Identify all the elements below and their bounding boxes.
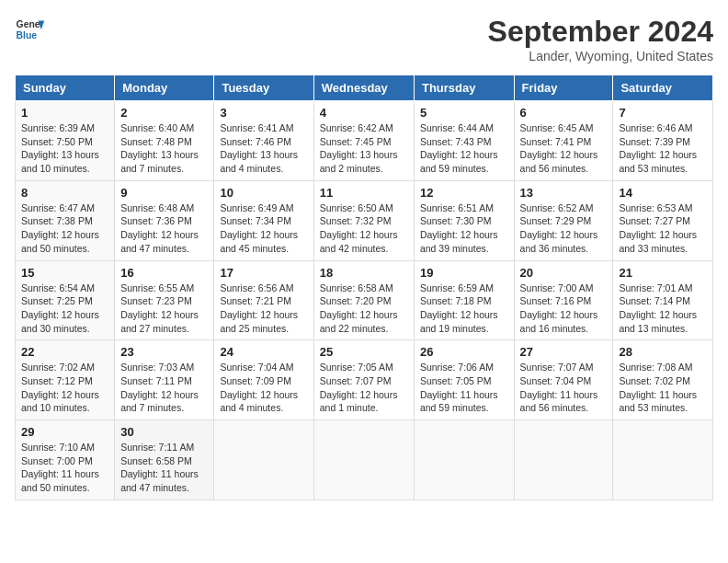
col-sunday: Sunday [16,75,115,101]
logo-icon: General Blue [15,15,44,44]
col-friday: Friday [514,75,613,101]
calendar-cell-24: 24Sunrise: 7:04 AMSunset: 7:09 PMDayligh… [214,340,313,420]
page-header: General Blue September 2024 Lander, Wyom… [15,15,713,63]
calendar-cell-14: 14Sunrise: 6:53 AMSunset: 7:27 PMDayligh… [613,180,713,260]
calendar-cell-9: 9Sunrise: 6:48 AMSunset: 7:36 PMDaylight… [115,180,214,260]
calendar-cell-empty-w4-5 [514,420,613,500]
calendar-header-row: Sunday Monday Tuesday Wednesday Thursday… [16,75,713,101]
calendar-cell-10: 10Sunrise: 6:49 AMSunset: 7:34 PMDayligh… [214,180,313,260]
calendar-cell-23: 23Sunrise: 7:03 AMSunset: 7:11 PMDayligh… [115,340,214,420]
calendar-cell-5: 5Sunrise: 6:44 AMSunset: 7:43 PMDaylight… [414,101,514,181]
calendar-cell-30: 30Sunrise: 7:11 AMSunset: 6:58 PMDayligh… [115,420,214,500]
calendar-cell-17: 17Sunrise: 6:56 AMSunset: 7:21 PMDayligh… [214,260,313,340]
calendar-cell-6: 6Sunrise: 6:45 AMSunset: 7:41 PMDaylight… [514,101,613,181]
col-saturday: Saturday [613,75,713,101]
calendar-week-0: 1Sunrise: 6:39 AMSunset: 7:50 PMDaylight… [16,101,713,181]
svg-text:Blue: Blue [17,30,38,40]
month-title: September 2024 [488,15,713,49]
calendar-week-3: 22Sunrise: 7:02 AMSunset: 7:12 PMDayligh… [16,340,713,420]
calendar-week-2: 15Sunrise: 6:54 AMSunset: 7:25 PMDayligh… [16,260,713,340]
location: Lander, Wyoming, United States [488,49,713,63]
calendar-cell-empty-w4-3 [313,420,414,500]
calendar-cell-8: 8Sunrise: 6:47 AMSunset: 7:38 PMDaylight… [16,180,115,260]
calendar-cell-7: 7Sunrise: 6:46 AMSunset: 7:39 PMDaylight… [613,101,713,181]
calendar-cell-16: 16Sunrise: 6:55 AMSunset: 7:23 PMDayligh… [115,260,214,340]
calendar-cell-29: 29Sunrise: 7:10 AMSunset: 7:00 PMDayligh… [16,420,115,500]
calendar-cell-11: 11Sunrise: 6:50 AMSunset: 7:32 PMDayligh… [313,180,414,260]
calendar-cell-4: 4Sunrise: 6:42 AMSunset: 7:45 PMDaylight… [313,101,414,181]
calendar-cell-3: 3Sunrise: 6:41 AMSunset: 7:46 PMDaylight… [214,101,313,181]
title-block: September 2024 Lander, Wyoming, United S… [488,15,713,63]
calendar-cell-21: 21Sunrise: 7:01 AMSunset: 7:14 PMDayligh… [613,260,713,340]
calendar-table: Sunday Monday Tuesday Wednesday Thursday… [15,75,713,500]
calendar-cell-27: 27Sunrise: 7:07 AMSunset: 7:04 PMDayligh… [514,340,613,420]
calendar-cell-19: 19Sunrise: 6:59 AMSunset: 7:18 PMDayligh… [414,260,514,340]
col-monday: Monday [115,75,214,101]
calendar-cell-2: 2Sunrise: 6:40 AMSunset: 7:48 PMDaylight… [115,101,214,181]
calendar-week-1: 8Sunrise: 6:47 AMSunset: 7:38 PMDaylight… [16,180,713,260]
calendar-cell-18: 18Sunrise: 6:58 AMSunset: 7:20 PMDayligh… [313,260,414,340]
calendar-cell-12: 12Sunrise: 6:51 AMSunset: 7:30 PMDayligh… [414,180,514,260]
col-thursday: Thursday [414,75,514,101]
calendar-cell-26: 26Sunrise: 7:06 AMSunset: 7:05 PMDayligh… [414,340,514,420]
col-tuesday: Tuesday [214,75,313,101]
calendar-cell-28: 28Sunrise: 7:08 AMSunset: 7:02 PMDayligh… [613,340,713,420]
calendar-cell-13: 13Sunrise: 6:52 AMSunset: 7:29 PMDayligh… [514,180,613,260]
logo: General Blue [15,15,44,44]
calendar-cell-1: 1Sunrise: 6:39 AMSunset: 7:50 PMDaylight… [16,101,115,181]
calendar-cell-empty-w4-2 [214,420,313,500]
calendar-cell-15: 15Sunrise: 6:54 AMSunset: 7:25 PMDayligh… [16,260,115,340]
calendar-cell-empty-w4-4 [414,420,514,500]
calendar-cell-22: 22Sunrise: 7:02 AMSunset: 7:12 PMDayligh… [16,340,115,420]
calendar-cell-empty-w4-6 [613,420,713,500]
calendar-week-4: 29Sunrise: 7:10 AMSunset: 7:00 PMDayligh… [16,420,713,500]
calendar-cell-25: 25Sunrise: 7:05 AMSunset: 7:07 PMDayligh… [313,340,414,420]
calendar-cell-20: 20Sunrise: 7:00 AMSunset: 7:16 PMDayligh… [514,260,613,340]
col-wednesday: Wednesday [313,75,414,101]
